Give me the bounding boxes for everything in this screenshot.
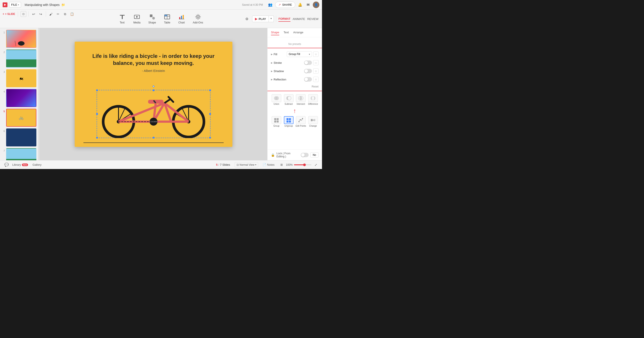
group-op[interactable]: Group xyxy=(271,116,282,127)
bike-svg xyxy=(96,90,210,138)
animate-tab[interactable]: ANIMATE xyxy=(293,17,305,22)
slide-view-icon[interactable]: ⊡ xyxy=(20,11,26,17)
change-label: Change xyxy=(309,125,317,127)
insert-table-button[interactable]: Table xyxy=(161,12,174,26)
svg-rect-4 xyxy=(150,15,152,17)
reflection-toggle[interactable] xyxy=(304,77,312,82)
shadow-style-btn[interactable]: □ xyxy=(313,68,318,74)
library-button[interactable]: Library New xyxy=(12,163,28,166)
file-menu-button[interactable]: FILE ▾ xyxy=(9,2,21,8)
svg-point-74 xyxy=(313,119,316,121)
add-slide-button[interactable]: + + SLIDE xyxy=(3,13,15,16)
stroke-style-btn[interactable]: — xyxy=(313,60,318,65)
union-op[interactable]: Union xyxy=(271,94,282,105)
zoom-control: 100% xyxy=(286,163,312,166)
slide-quote: Life is like riding a bicycle - in order… xyxy=(88,53,219,67)
stroke-toggle[interactable] xyxy=(304,61,312,65)
insert-shape-label: Shape xyxy=(148,21,156,24)
fill-extra-btn[interactable]: □ xyxy=(313,52,318,57)
insert-media-label: Media xyxy=(134,21,141,24)
insert-shape-button[interactable]: Shape xyxy=(145,12,159,26)
svg-rect-59 xyxy=(277,118,279,120)
slide-thumb-7[interactable]: 7 xyxy=(2,148,36,160)
no-presets: No presets xyxy=(271,40,318,48)
fullscreen-icon[interactable]: ⊞ xyxy=(279,162,284,167)
slide-thumb-1[interactable]: 1 xyxy=(2,30,36,48)
shadow-label: Shadow xyxy=(274,70,304,73)
svg-line-21 xyxy=(199,15,200,16)
notifications-icon[interactable]: 🔔 xyxy=(297,2,303,8)
svg-line-19 xyxy=(196,15,197,16)
change-op[interactable]: Change xyxy=(308,116,318,127)
scissors-icon[interactable]: ✂ xyxy=(55,11,61,17)
insert-media-button[interactable]: Media xyxy=(130,12,144,26)
slide-counter: 5 / 7 Slides xyxy=(216,163,230,166)
stroke-label: Stroke xyxy=(274,61,304,65)
svg-rect-11 xyxy=(181,16,182,19)
logo: ▶ xyxy=(3,3,8,7)
svg-marker-3 xyxy=(136,16,138,18)
svg-point-70 xyxy=(298,121,300,122)
reflection-style-btn[interactable]: □ xyxy=(313,77,318,82)
gallery-button[interactable]: Gallery xyxy=(32,163,42,166)
insert-addons-button[interactable]: Add-Ons xyxy=(190,12,206,26)
chat-icon[interactable]: 💬 xyxy=(4,162,10,168)
play-button[interactable]: ▶ PLAY xyxy=(252,16,269,22)
zoom-slider[interactable] xyxy=(294,164,312,165)
reset-button[interactable]: Reset xyxy=(312,85,318,88)
view-selector[interactable]: ⊡ Normal View ▾ xyxy=(234,162,258,167)
svg-rect-73 xyxy=(311,119,312,121)
tab-text[interactable]: Text xyxy=(284,30,289,35)
insert-addons-label: Add-Ons xyxy=(193,21,203,24)
svg-rect-61 xyxy=(277,121,279,123)
tab-arrange[interactable]: Arrange xyxy=(293,30,303,35)
slide-thumb-5[interactable]: 5 🚲 xyxy=(2,109,36,127)
insert-chart-button[interactable]: Chart xyxy=(175,12,188,26)
slide-canvas[interactable]: Life is like riding a bicycle - in order… xyxy=(75,42,232,147)
notes-button[interactable]: 📄 Notes xyxy=(263,163,274,166)
fill-dropdown[interactable]: Group Fill ▾ xyxy=(287,51,312,57)
share-button[interactable]: ↗ SHARE xyxy=(275,2,295,8)
intersect-op[interactable]: Intersect xyxy=(296,94,306,105)
subtract-label: Subtract xyxy=(284,103,293,105)
copy-icon[interactable]: ⧉ xyxy=(62,11,68,17)
mail-icon[interactable]: ✉ xyxy=(305,2,311,8)
difference-op[interactable]: Difference xyxy=(308,94,318,105)
svg-rect-1 xyxy=(122,16,123,19)
slide-thumb-6[interactable]: 6 xyxy=(2,128,36,146)
union-label: Union xyxy=(274,103,279,105)
undo-button[interactable]: ↩ xyxy=(31,11,36,17)
subtract-op[interactable]: Subtract xyxy=(283,94,294,105)
review-tab[interactable]: REVIEW xyxy=(307,17,318,22)
svg-line-37 xyxy=(118,103,164,122)
slide-thumb-3[interactable]: 3 🏍 xyxy=(2,69,36,87)
lock-toggle[interactable] xyxy=(301,153,309,157)
format-tab[interactable]: FORMAT xyxy=(278,16,290,22)
shadow-toggle[interactable] xyxy=(304,69,312,73)
paint-format-icon[interactable]: 🖌 xyxy=(48,11,54,17)
ungroup-op[interactable]: Ungroup xyxy=(283,116,294,127)
insert-text-button[interactable]: Text xyxy=(116,12,128,26)
expand-icon[interactable]: ⤢ xyxy=(313,162,318,167)
ungroup-arrow-indicator: ↑ xyxy=(293,107,296,114)
right-panel: Shape Text Arrange No presets ▶ Fill Gro… xyxy=(267,28,322,160)
paste-icon[interactable]: 📋 xyxy=(69,11,75,17)
collab-icon[interactable]: 👥 xyxy=(267,2,273,8)
svg-line-22 xyxy=(196,18,197,19)
play-dropdown[interactable]: ▾ xyxy=(269,16,274,22)
settings-icon[interactable]: ⚙ xyxy=(244,16,250,22)
slides-panel: 1 2 3 🏍 4 5 🚲 xyxy=(0,28,38,160)
slide-thumb-4[interactable]: 4 xyxy=(2,89,36,107)
insert-text-label: Text xyxy=(120,21,125,24)
saved-status: Saved at 4:30 PM xyxy=(242,3,263,6)
edit-points-op[interactable]: Edit Points xyxy=(296,116,306,127)
edit-points-label: Edit Points xyxy=(296,125,306,127)
svg-point-14 xyxy=(197,16,199,18)
slide-thumb-2[interactable]: 2 xyxy=(2,50,36,68)
tab-shape[interactable]: Shape xyxy=(271,30,279,35)
group-label: Group xyxy=(273,125,280,127)
svg-rect-42 xyxy=(148,100,164,104)
avatar[interactable]: 👤 xyxy=(313,2,319,8)
redo-button[interactable]: ↪ xyxy=(38,11,44,17)
lock-no-button[interactable]: No xyxy=(310,152,318,158)
